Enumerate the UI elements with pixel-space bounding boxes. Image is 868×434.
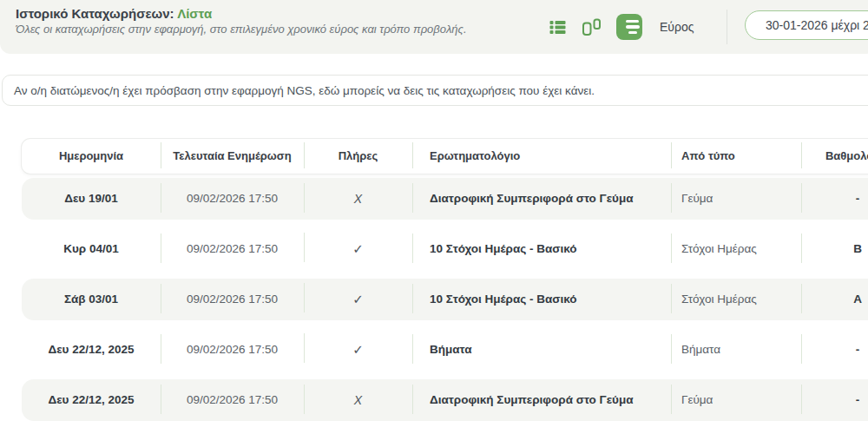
row-type: Γεύμα <box>671 192 801 206</box>
row-score: - <box>801 192 868 206</box>
table-row[interactable]: Δευ 19/01 09/02/2026 17:50 Χ Διατροφική … <box>22 178 868 220</box>
row-complete-mark: ✓ <box>304 342 412 358</box>
row-date: Δευ 19/01 <box>22 192 161 206</box>
row-questionnaire: Διατροφική Συμπεριφορά στο Γεύμα <box>412 393 671 407</box>
row-type: Στόχοι Ημέρας <box>671 242 801 256</box>
date-range-button[interactable]: 30-01-2026 μέχρι 2 <box>745 10 868 40</box>
table-row[interactable]: Δευ 22/12, 2025 09/02/2026 17:50 ✓ Βήματ… <box>22 329 868 371</box>
info-banner-text: Αν ο/η διατώμενος/η έχει πρόσβαση στην ε… <box>14 84 595 97</box>
row-date: Κυρ 04/01 <box>22 242 161 256</box>
row-complete-mark: Χ <box>304 393 412 408</box>
row-questionnaire: Διατροφική Συμπεριφορά στο Γεύμα <box>412 192 671 206</box>
history-table: Ημερομηνία Τελευταία Ενημέρωση Πλήρες Ερ… <box>22 139 868 421</box>
info-banner: Αν ο/η διατώμενος/η έχει πρόσβαση στην ε… <box>2 75 868 106</box>
list-view-icon[interactable] <box>616 14 642 40</box>
page-title-text: Ιστορικό Καταχωρήσεων: <box>16 6 174 21</box>
table-row[interactable]: Δευ 22/12, 2025 09/02/2026 17:50 Χ Διατρ… <box>22 379 868 421</box>
row-complete-mark: Χ <box>304 192 412 207</box>
table-row[interactable]: Σάβ 03/01 09/02/2026 17:50 ✓ 10 Στόχοι Η… <box>22 279 868 320</box>
column-header-questionnaire: Ερωτηματολόγιο <box>412 149 671 163</box>
table-header-row: Ημερομηνία Τελευταία Ενημέρωση Πλήρες Ερ… <box>22 139 868 174</box>
row-last-update: 09/02/2026 17:50 <box>161 393 304 407</box>
row-last-update: 09/02/2026 17:50 <box>161 343 304 357</box>
row-score: B <box>801 242 868 256</box>
list-view-icon-bar <box>626 25 640 29</box>
column-header-date: Ημερομηνία <box>22 149 161 163</box>
table-row[interactable]: Κυρ 04/01 09/02/2026 17:50 ✓ 10 Στόχοι Η… <box>22 228 868 270</box>
range-label: Εύρος <box>660 20 694 34</box>
row-date: Σάβ 03/01 <box>22 293 161 306</box>
row-date: Δευ 22/12, 2025 <box>22 393 161 407</box>
top-bar: Ιστορικό Καταχωρήσεων: Λίστα Όλες οι κατ… <box>0 0 868 54</box>
columns-view-icon[interactable] <box>582 17 602 36</box>
row-last-update: 09/02/2026 17:50 <box>161 293 304 306</box>
row-last-update: 09/02/2026 17:50 <box>161 192 304 206</box>
row-complete-mark: ✓ <box>304 241 412 257</box>
column-header-last-update: Τελευταία Ενημέρωση <box>161 149 304 163</box>
page-subtitle: Όλες οι καταχωρήσεις στην εφαρμογή, στο … <box>16 23 512 37</box>
row-questionnaire: 10 Στόχοι Ημέρας - Βασικό <box>412 293 671 306</box>
page-title-view-mode: Λίστα <box>177 6 212 21</box>
view-mode-toggle-group: Εύρος <box>549 14 694 40</box>
title-block: Ιστορικό Καταχωρήσεων: Λίστα Όλες οι κατ… <box>16 6 512 37</box>
row-complete-mark: ✓ <box>304 292 412 307</box>
list-view-icon-bar <box>626 20 639 23</box>
row-score: A <box>801 293 868 306</box>
page-title: Ιστορικό Καταχωρήσεων: Λίστα <box>16 6 512 22</box>
row-type: Γεύμα <box>671 393 801 407</box>
table-body: Δευ 19/01 09/02/2026 17:50 Χ Διατροφική … <box>22 178 868 421</box>
row-questionnaire: 10 Στόχοι Ημέρας - Βασικό <box>412 242 671 256</box>
row-score: - <box>801 343 868 357</box>
row-type: Στόχοι Ημέρας <box>671 293 801 306</box>
row-questionnaire: Βήματα <box>412 343 671 357</box>
column-header-complete: Πλήρες <box>304 149 412 163</box>
list-view-icon-bar <box>628 31 637 35</box>
toolbar-divider <box>727 10 727 44</box>
grid-view-icon[interactable] <box>549 18 567 36</box>
column-header-type: Από τύπο <box>671 149 801 163</box>
row-date: Δευ 22/12, 2025 <box>22 343 161 357</box>
row-type: Βήματα <box>671 343 801 357</box>
column-header-score: Βαθμολογία <box>801 149 868 163</box>
row-score: - <box>801 393 868 407</box>
date-range-value: 30-01-2026 μέχρι 2 <box>766 18 868 32</box>
row-last-update: 09/02/2026 17:50 <box>161 242 304 256</box>
